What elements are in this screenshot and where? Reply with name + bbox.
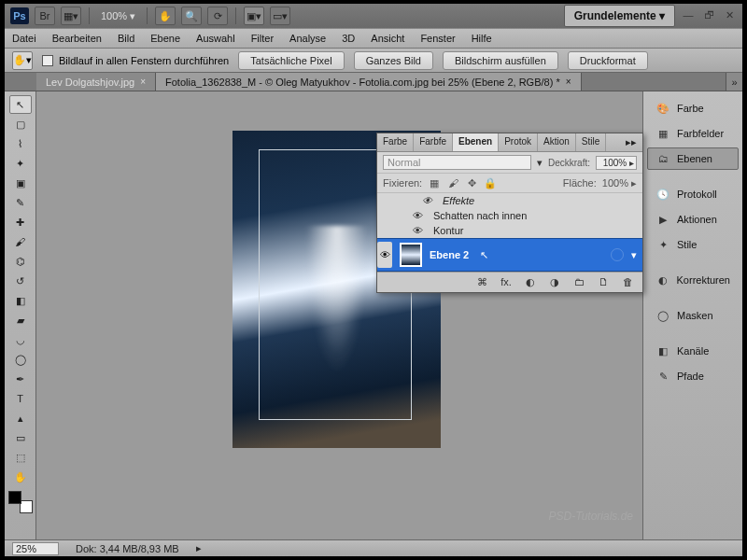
layer-thumbnail[interactable] (400, 243, 422, 267)
menu-datei[interactable]: Datei (12, 33, 36, 44)
layer-fx-badge[interactable] (611, 248, 624, 261)
actual-pixels-button[interactable]: Tatsächliche Pixel (238, 51, 344, 70)
layer-fx-icon[interactable]: fx. (499, 276, 514, 288)
tab-overflow-button[interactable]: » (726, 73, 742, 91)
dock-protokoll[interactable]: 🕓Protokoll (647, 183, 739, 205)
marquee-tool[interactable]: ▢ (9, 115, 32, 133)
hand-toggle[interactable]: ✋ (155, 7, 176, 25)
close-button[interactable]: ✕ (722, 9, 737, 22)
brush-tool[interactable]: 🖌 (9, 232, 32, 251)
workspace-dropdown[interactable]: Grundelemente ▾ (564, 5, 675, 27)
panel-tab-overflow[interactable]: ▸▸ (620, 133, 642, 151)
group-icon[interactable]: 🗀 (571, 276, 586, 288)
eye-icon[interactable]: 👁 (413, 210, 426, 221)
eye-icon[interactable]: 👁 (422, 195, 435, 206)
panel-tab-aktionen[interactable]: Aktion (538, 133, 576, 151)
dock-ebenen[interactable]: 🗂Ebenen (647, 147, 739, 170)
dock-pfade[interactable]: ✎Pfade (647, 365, 739, 387)
hand-tool[interactable]: ✋ (9, 468, 32, 486)
blur-tool[interactable]: ◡ (9, 330, 32, 349)
dock-masken[interactable]: ◯Masken (647, 304, 739, 327)
panel-tab-ebenen[interactable]: Ebenen (453, 133, 499, 151)
link-layers-icon[interactable]: ⌘ (474, 276, 489, 288)
chevron-down-icon[interactable]: ▾ (631, 249, 637, 261)
healing-tool[interactable]: ✚ (9, 213, 32, 231)
minimize-button[interactable]: — (681, 9, 696, 22)
rotate-toggle[interactable]: ⟳ (207, 7, 228, 25)
eraser-tool[interactable]: ◧ (9, 291, 32, 310)
quickselect-tool[interactable]: ✦ (9, 154, 32, 173)
dock-kanaele[interactable]: ◧Kanäle (647, 340, 739, 362)
path-select-tool[interactable]: ▴ (9, 409, 32, 427)
zoom-toggle[interactable]: 🔍 (181, 7, 202, 25)
maximize-button[interactable]: 🗗 (701, 9, 716, 22)
status-zoom-field[interactable]: 25% (12, 542, 59, 555)
menu-ansicht[interactable]: Ansicht (371, 33, 404, 44)
menu-fenster[interactable]: Fenster (420, 33, 455, 44)
fx-stroke[interactable]: Kontur (433, 225, 463, 236)
document-tab[interactable]: Lev Dolgatshjov.jpg × (36, 73, 156, 91)
crop-tool[interactable]: ▣ (9, 174, 32, 192)
dock-farbe[interactable]: 🎨Farbe (647, 97, 739, 119)
menu-analyse[interactable]: Analyse (289, 33, 326, 44)
panel-tab-stile[interactable]: Stile (576, 133, 606, 151)
opacity-field[interactable]: 100% ▸ (596, 156, 637, 170)
blend-mode-select[interactable]: Normal (383, 155, 531, 170)
menu-bearbeiten[interactable]: Bearbeiten (52, 33, 102, 44)
fx-inner-shadow[interactable]: Schatten nach innen (433, 210, 527, 221)
arrange-button[interactable]: ▣▾ (244, 7, 264, 25)
fit-screen-button[interactable]: Ganzes Bild (354, 51, 433, 70)
layer-row[interactable]: 👁 Ebene 2 ↖ ▾ (377, 238, 642, 272)
viewmode-button[interactable]: ▦▾ (61, 7, 81, 25)
menu-3d[interactable]: 3D (342, 33, 355, 44)
eyedropper-tool[interactable]: ✎ (9, 193, 32, 212)
stamp-tool[interactable]: ⌬ (9, 252, 32, 271)
color-swatches[interactable] (8, 491, 33, 513)
menu-bild[interactable]: Bild (118, 33, 134, 44)
trash-icon[interactable]: 🗑 (620, 276, 635, 288)
layer-name[interactable]: Ebene 2 (430, 249, 469, 260)
3d-tool[interactable]: ⬚ (9, 448, 32, 467)
close-tab-icon[interactable]: × (140, 77, 146, 87)
dock-farbfelder[interactable]: ▦Farbfelder (647, 122, 739, 145)
new-layer-icon[interactable]: 🗋 (596, 276, 611, 288)
menu-auswahl[interactable]: Auswahl (196, 33, 235, 44)
panel-tab-farbfelder[interactable]: Farbfe (414, 133, 453, 151)
document-tab[interactable]: Fotolia_1362838_M - © Oleg Matyukhov - F… (156, 73, 582, 91)
history-brush-tool[interactable]: ↺ (9, 272, 32, 290)
close-tab-icon[interactable]: × (566, 77, 571, 87)
menu-ebene[interactable]: Ebene (150, 33, 180, 44)
panel-tab-protokoll[interactable]: Protok (499, 133, 538, 151)
lock-transparency-icon[interactable]: ▦ (428, 176, 441, 189)
lock-all-icon[interactable]: 🔒 (484, 176, 497, 189)
print-size-button[interactable]: Druckformat (568, 51, 648, 70)
menu-filter[interactable]: Filter (251, 33, 274, 44)
shape-tool[interactable]: ▭ (9, 428, 32, 447)
eye-icon[interactable]: 👁 (413, 225, 426, 236)
gradient-tool[interactable]: ▰ (9, 311, 32, 329)
dock-aktionen[interactable]: ▶Aktionen (647, 208, 739, 231)
layer-mask-icon[interactable]: ◐ (523, 276, 538, 288)
actions-icon: ▶ (655, 213, 670, 226)
type-tool[interactable]: T (9, 389, 32, 408)
pen-tool[interactable]: ✒ (9, 370, 32, 388)
status-scroll-icon[interactable]: ▸ (196, 542, 202, 554)
fill-field[interactable]: 100% ▸ (602, 177, 637, 189)
screenmode-button[interactable]: ▭▾ (270, 7, 290, 25)
panel-tab-farbe[interactable]: Farbe (377, 133, 414, 151)
current-tool-icon[interactable]: ✋▾ (12, 51, 33, 70)
lock-position-icon[interactable]: ✥ (465, 176, 478, 189)
bridge-button[interactable]: Br (35, 7, 55, 25)
dock-stile[interactable]: ✦Stile (647, 233, 739, 256)
lasso-tool[interactable]: ⌇ (9, 134, 32, 153)
layer-visibility-icon[interactable]: 👁 (377, 242, 392, 268)
menu-hilfe[interactable]: Hilfe (472, 33, 492, 44)
adjustment-layer-icon[interactable]: ◑ (547, 276, 562, 288)
dock-korrekturen[interactable]: ◐Korrekturen (647, 269, 739, 291)
move-tool[interactable]: ↖ (9, 95, 32, 114)
dodge-tool[interactable]: ◯ (9, 350, 32, 369)
scroll-all-checkbox[interactable] (42, 55, 53, 66)
zoom-level[interactable]: 100% ▾ (97, 10, 139, 22)
lock-pixels-icon[interactable]: 🖌 (446, 176, 459, 189)
fill-screen-button[interactable]: Bildschirm ausfüllen (443, 51, 558, 70)
